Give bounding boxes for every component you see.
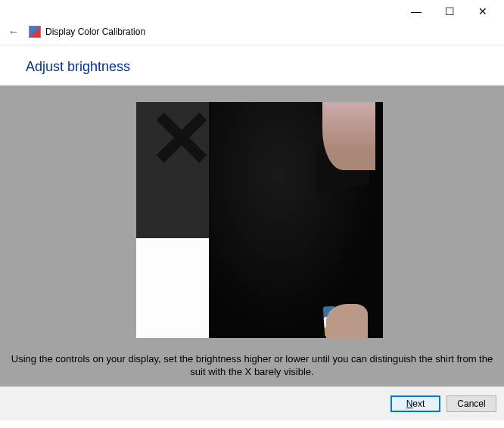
footer-bar: Next Cancel	[0, 386, 504, 420]
minimize-button[interactable]: —	[400, 1, 433, 22]
next-rest: ext	[412, 399, 425, 409]
page-heading: Adjust brightness	[0, 45, 504, 85]
back-arrow-icon: ←	[8, 25, 20, 38]
sample-neck-skin	[322, 102, 375, 170]
close-icon: ✕	[478, 5, 487, 17]
calibration-area: Using the controls on your display, set …	[0, 85, 504, 386]
sample-hand	[326, 304, 368, 338]
app-icon	[29, 26, 41, 38]
instruction-text: Using the controls on your display, set …	[0, 352, 504, 379]
minimize-icon: —	[411, 5, 422, 17]
next-button[interactable]: Next	[390, 395, 440, 412]
cancel-button[interactable]: Cancel	[446, 395, 496, 412]
window-titlebar: — ☐ ✕	[0, 0, 504, 23]
close-button[interactable]: ✕	[466, 1, 499, 22]
app-title: Display Color Calibration	[45, 26, 145, 37]
brightness-sample-image	[136, 102, 383, 338]
back-button[interactable]: ←	[6, 24, 21, 39]
next-underline: N	[406, 399, 413, 409]
maximize-button[interactable]: ☐	[433, 1, 466, 22]
maximize-icon: ☐	[445, 5, 455, 17]
header-bar: ← Display Color Calibration	[0, 23, 504, 45]
